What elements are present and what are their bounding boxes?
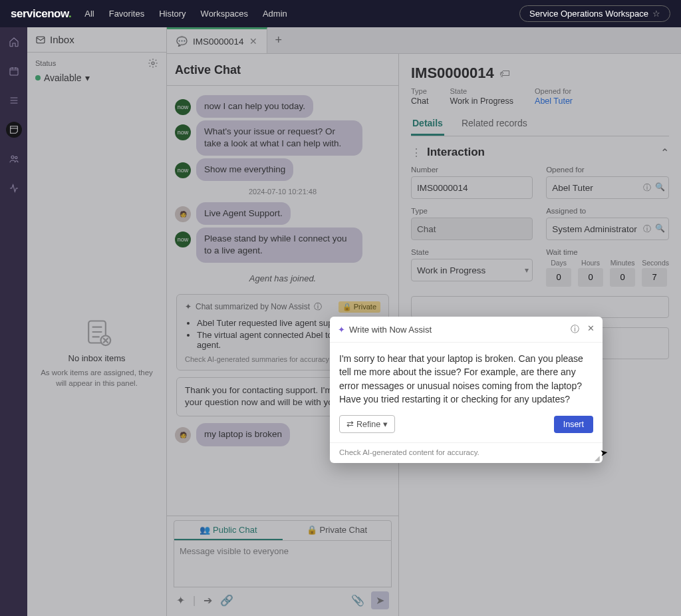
resize-grip-icon[interactable]: ◢: [595, 454, 600, 462]
nav-favorites[interactable]: Favorites: [109, 9, 144, 19]
refine-button[interactable]: ⇄Refine ▾: [339, 415, 395, 433]
info-icon[interactable]: ⓘ: [571, 323, 579, 335]
insert-button[interactable]: Insert: [554, 416, 593, 433]
modal-title: Write with Now Assist: [349, 325, 432, 335]
now-assist-modal: ✦ Write with Now Assist ⓘ ✕ I'm sorry to…: [330, 317, 603, 463]
nav-all[interactable]: All: [84, 9, 94, 19]
workspace-pill[interactable]: Service Operations Workspace ☆: [519, 5, 670, 22]
nav-admin[interactable]: Admin: [263, 9, 287, 19]
modal-footer: Check AI-generated content for accuracy.: [339, 448, 479, 456]
logo: servicenow.: [11, 7, 71, 21]
top-nav: All Favorites History Workspaces Admin: [84, 9, 287, 19]
nav-history[interactable]: History: [159, 9, 186, 19]
workspace-pill-label: Service Operations Workspace: [529, 9, 648, 19]
nav-workspaces[interactable]: Workspaces: [201, 9, 248, 19]
top-header: servicenow. All Favorites History Worksp…: [0, 0, 681, 27]
modal-body: I'm sorry to hear that your laptop is br…: [330, 343, 603, 412]
star-icon[interactable]: ☆: [652, 9, 660, 19]
sparkle-icon: ✦: [338, 325, 345, 335]
cursor-icon: ➤: [599, 446, 609, 458]
refine-icon: ⇄: [346, 419, 354, 429]
close-icon[interactable]: ✕: [587, 323, 595, 335]
chevron-down-icon: ▾: [383, 419, 388, 429]
